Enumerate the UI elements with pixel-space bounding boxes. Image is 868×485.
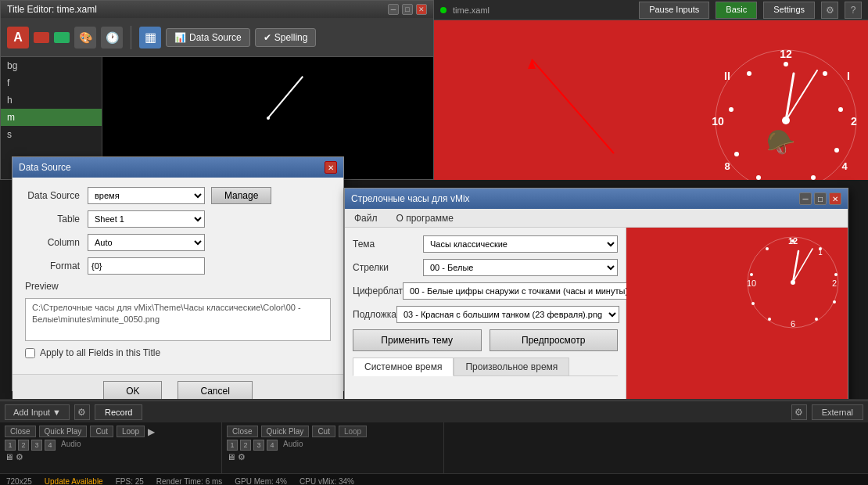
clock-icon[interactable]: 🕐	[101, 27, 123, 48]
title-editor-titlebar: Title Editor: time.xaml ─ □ ✕	[1, 1, 433, 18]
svg-point-20	[782, 117, 790, 124]
svg-point-31	[819, 247, 822, 250]
svg-point-30	[791, 239, 794, 242]
sidebar-item-f[interactable]: f	[1, 74, 102, 92]
analog-clock-preview: 12 I 2 4 6 8 10 II 🪖	[704, 41, 868, 180]
spelling-button[interactable]: ✔ Spelling	[255, 28, 317, 47]
svg-text:4: 4	[841, 160, 848, 172]
monitor-icon-ch2[interactable]: 🖥	[227, 452, 235, 462]
ch2-num-4[interactable]: 4	[267, 440, 278, 451]
preview-button[interactable]: Предпросмотр	[490, 329, 619, 351]
basic-button[interactable]: Basic	[716, 2, 757, 19]
svg-text:I: I	[847, 70, 850, 82]
settings-button[interactable]: Settings	[763, 2, 815, 19]
sidebar-item-s[interactable]: s	[1, 126, 102, 143]
external-button[interactable]: External	[812, 404, 863, 420]
ch1-num-2[interactable]: 2	[18, 440, 29, 451]
minimize-button[interactable]: ─	[388, 4, 399, 15]
loop-btn-ch2[interactable]: Loop	[339, 426, 367, 437]
tsiferblat-row: Циферблат 00 - Белые цифры снаружи с точ…	[353, 282, 618, 300]
settings-gear-icon[interactable]: ⚙	[74, 404, 90, 420]
table-icon[interactable]: ▦	[139, 27, 161, 48]
tab-system-time[interactable]: Системное время	[353, 357, 454, 376]
sidebar-item-bg[interactable]: bg	[1, 57, 102, 74]
svg-point-11	[838, 107, 843, 112]
ch1-num-4[interactable]: 4	[45, 440, 56, 451]
maximize-button[interactable]: □	[402, 4, 413, 15]
color-green-icon[interactable]	[54, 32, 70, 43]
tema-row: Тема Часы классические	[353, 235, 618, 253]
record-button[interactable]: Record	[95, 404, 142, 420]
column-select[interactable]: Auto	[88, 234, 205, 251]
close-btn-ch2[interactable]: Close	[227, 426, 258, 437]
svg-point-34	[815, 318, 818, 321]
arrows-minimize[interactable]: ─	[799, 192, 812, 205]
tema-select[interactable]: Часы классические	[423, 235, 618, 253]
loop-btn-ch1[interactable]: Loop	[117, 426, 145, 437]
arrows-clock-titlebar: Стрелочные часы для vMix ─ □ ✕	[345, 189, 848, 209]
manage-button[interactable]: Manage	[211, 187, 271, 204]
channel-1-controls: Close Quick Play Cut Loop ▶	[5, 426, 217, 437]
quickplay-btn-ch1[interactable]: Quick Play	[39, 426, 88, 437]
ch2-num-1[interactable]: 1	[227, 440, 238, 451]
arrows-maximize[interactable]: □	[814, 192, 827, 205]
monitor-icon-ch1[interactable]: 🖥	[5, 452, 13, 462]
bottom-toolbar: Add Input ▼ ⚙ Record ⚙ External	[0, 401, 868, 422]
settings-icon-ch2[interactable]: ⚙	[238, 452, 246, 462]
add-input-button[interactable]: Add Input ▼	[5, 404, 70, 420]
ch1-num-3[interactable]: 3	[31, 440, 42, 451]
close-button[interactable]: ✕	[416, 4, 427, 15]
menu-about[interactable]: О программе	[393, 213, 457, 224]
podlozhka-label: Подложка	[353, 309, 396, 320]
apply-checkbox-row: Apply to all Fields in this Title	[25, 347, 331, 358]
settings-icon-ch1[interactable]: ⚙	[16, 452, 23, 462]
color-picker-icon[interactable]: 🎨	[74, 27, 96, 48]
arrows-close[interactable]: ✕	[829, 192, 841, 205]
arrows-win-controls: ─ □ ✕	[799, 192, 841, 205]
data-source-button[interactable]: 📊 Data Source	[166, 28, 250, 47]
pause-inputs-button[interactable]: Pause Inputs	[639, 2, 709, 19]
strelki-select[interactable]: 00 - Белые	[423, 259, 618, 276]
add-input-arrow: ▼	[52, 408, 61, 417]
quickplay-btn-ch2[interactable]: Quick Play	[261, 426, 310, 437]
ch1-num-1[interactable]: 1	[5, 440, 16, 451]
svg-text:10: 10	[747, 278, 756, 288]
mini-clock-svg: 12 2 6 10 1	[742, 232, 844, 333]
font-icon[interactable]: A	[7, 27, 29, 48]
svg-point-12	[834, 148, 839, 153]
render-time-status: Render Time: 6 ms	[156, 477, 222, 485]
ch2-num-3[interactable]: 3	[253, 440, 264, 451]
channel-2-numbers: 1 2 3 4 Audio	[227, 440, 439, 451]
table-select[interactable]: Sheet 1	[88, 210, 205, 228]
apply-checkbox[interactable]	[25, 348, 35, 358]
svg-point-38	[766, 247, 769, 250]
help-icon-button[interactable]: ?	[845, 2, 862, 19]
svg-point-36	[751, 302, 755, 305]
clock-hand	[267, 76, 303, 119]
svg-marker-23	[528, 59, 536, 69]
svg-point-35	[768, 318, 771, 321]
menu-file[interactable]: Файл	[351, 213, 381, 224]
data-source-close-button[interactable]: ✕	[325, 161, 337, 174]
ch2-num-2[interactable]: 2	[240, 440, 251, 451]
tab-custom-time[interactable]: Произвольное время	[454, 357, 569, 375]
sidebar-item-h[interactable]: h	[1, 92, 102, 109]
bottom-bar: Add Input ▼ ⚙ Record ⚙ External Close Qu…	[0, 399, 868, 485]
channel-1: Close Quick Play Cut Loop ▶ 1 2 3 4 Audi…	[0, 422, 222, 473]
color-red-icon[interactable]	[34, 32, 49, 43]
tsiferblat-label: Циферблат	[353, 286, 403, 296]
output-gear-icon[interactable]: ⚙	[791, 404, 807, 420]
svg-text:2: 2	[851, 115, 857, 128]
cut-btn-ch2[interactable]: Cut	[312, 426, 335, 437]
tsiferblat-select[interactable]: 00 - Белые цифры снаружи с точками (часы…	[403, 282, 659, 300]
podlozhka-select[interactable]: 03 - Красная с большим танком (23 феврал…	[396, 306, 619, 323]
format-label: Format	[25, 260, 88, 271]
svg-text:II: II	[724, 70, 730, 82]
settings-icon-button[interactable]: ⚙	[821, 2, 838, 19]
format-input[interactable]	[88, 257, 205, 275]
apply-theme-button[interactable]: Применить тему	[353, 329, 482, 351]
sidebar-item-m[interactable]: m	[1, 109, 102, 126]
cut-btn-ch1[interactable]: Cut	[90, 426, 113, 437]
data-source-select[interactable]: время	[88, 187, 205, 204]
close-btn-ch1[interactable]: Close	[5, 426, 36, 437]
